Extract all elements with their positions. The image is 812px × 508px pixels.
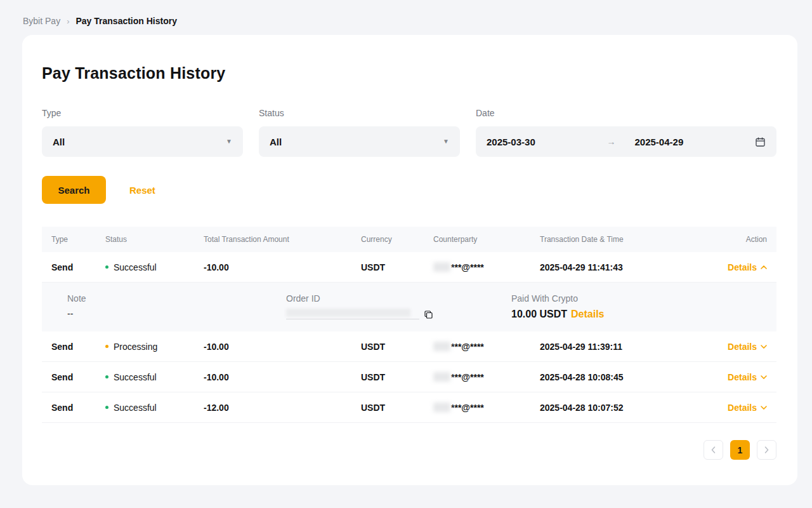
breadcrumb-parent-link[interactable]: Bybit Pay <box>23 16 60 26</box>
cell-counterparty: ***@**** <box>433 372 540 382</box>
counterparty-masked: ***@**** <box>451 372 484 382</box>
page-number-current[interactable]: 1 <box>730 440 750 460</box>
cell-amount: -10.00 <box>204 262 361 272</box>
cell-amount: -10.00 <box>204 342 361 352</box>
status-filter-label: Status <box>259 108 460 118</box>
reset-button[interactable]: Reset <box>129 185 155 196</box>
details-toggle-button[interactable]: Details <box>728 342 767 352</box>
details-label: Details <box>728 403 757 413</box>
table-row: Send Successful -10.00 USDT ***@**** 202… <box>42 362 776 392</box>
cell-action: Details <box>728 342 767 352</box>
pay-transaction-history-card: Pay Transaction History Type All ▼ Statu… <box>22 35 797 485</box>
note-section: Note -- <box>67 293 286 320</box>
next-page-button[interactable] <box>757 440 776 460</box>
status-dot-successful <box>105 265 108 269</box>
header-datetime: Transaction Date & Time <box>540 235 706 244</box>
cell-datetime: 2025-04-29 11:41:43 <box>540 262 706 272</box>
status-text: Successful <box>114 372 157 382</box>
header-type: Type <box>51 235 105 244</box>
calendar-icon <box>755 137 766 147</box>
table-header-row: Type Status Total Transaction Amount Cur… <box>42 227 776 252</box>
date-filter-label: Date <box>476 108 776 118</box>
date-arrow-icon: → <box>607 137 616 147</box>
cell-counterparty: ***@**** <box>433 403 540 413</box>
search-button[interactable]: Search <box>42 176 106 204</box>
header-action: Action <box>746 235 767 244</box>
cell-status: Successful <box>105 372 204 382</box>
paid-with-crypto-value-row: 10.00 USDT Details <box>511 309 767 320</box>
order-id-label: Order ID <box>286 293 511 304</box>
redacted-counterparty-prefix <box>433 342 450 351</box>
pagination: 1 <box>42 440 776 460</box>
status-text: Successful <box>114 262 157 272</box>
details-label: Details <box>728 262 757 272</box>
counterparty-masked: ***@**** <box>451 262 484 272</box>
header-amount: Total Transaction Amount <box>204 235 361 244</box>
table-row: Send Successful -10.00 USDT ***@**** 202… <box>42 252 776 283</box>
cell-type: Send <box>51 403 105 413</box>
date-start-value: 2025-03-30 <box>487 137 535 147</box>
cell-amount: -10.00 <box>204 372 361 382</box>
cell-counterparty: ***@**** <box>433 262 540 272</box>
paid-with-crypto-label: Paid With Crypto <box>511 293 767 304</box>
cell-type: Send <box>51 262 105 272</box>
prev-page-button[interactable] <box>704 440 723 460</box>
cell-amount: -12.00 <box>204 403 361 413</box>
cell-currency: USDT <box>361 262 433 272</box>
status-dot-successful <box>105 375 108 378</box>
date-range-input[interactable]: 2025-03-30 → 2025-04-29 <box>476 126 776 157</box>
details-toggle-button[interactable]: Details <box>728 372 767 382</box>
details-label: Details <box>728 342 757 352</box>
cell-datetime: 2025-04-28 10:07:52 <box>540 403 706 413</box>
status-text: Successful <box>114 403 157 413</box>
cell-status: Successful <box>105 403 204 413</box>
redacted-counterparty-prefix <box>433 262 450 272</box>
chevron-down-icon <box>761 375 767 379</box>
order-id-underline <box>286 309 419 319</box>
status-filter-group: Status All ▼ <box>259 108 460 157</box>
status-dot-successful <box>105 406 108 409</box>
details-toggle-button[interactable]: Details <box>728 403 767 413</box>
status-select[interactable]: All ▼ <box>259 126 460 157</box>
breadcrumb-current: Pay Transaction History <box>75 16 177 26</box>
counterparty-masked: ***@**** <box>451 403 484 413</box>
chevron-down-icon <box>761 406 767 410</box>
filters-row: Type All ▼ Status All ▼ Date 2025-03-30 … <box>42 108 776 157</box>
paid-amount: 10.00 USDT <box>511 309 567 320</box>
cell-status: Processing <box>105 342 204 352</box>
cell-action: Details <box>728 262 767 272</box>
note-value: -- <box>67 309 286 319</box>
date-filter-group: Date 2025-03-30 → 2025-04-29 <box>476 108 776 157</box>
order-id-value-row <box>286 309 511 319</box>
cell-currency: USDT <box>361 372 433 382</box>
table-row: Send Processing -10.00 USDT ***@**** 202… <box>42 331 776 362</box>
redacted-counterparty-prefix <box>433 372 450 382</box>
status-text: Processing <box>114 342 157 352</box>
actions-row: Search Reset <box>42 176 776 204</box>
cell-action: Details <box>728 403 767 413</box>
cell-counterparty: ***@**** <box>433 342 540 352</box>
cell-currency: USDT <box>361 403 433 413</box>
cell-currency: USDT <box>361 342 433 352</box>
details-toggle-button[interactable]: Details <box>728 262 767 272</box>
paid-details-link[interactable]: Details <box>571 309 604 320</box>
chevron-down-icon: ▼ <box>443 138 449 145</box>
details-label: Details <box>728 372 757 382</box>
table-row: Send Successful -12.00 USDT ***@**** 202… <box>42 392 776 423</box>
breadcrumb-separator-icon: › <box>67 17 69 26</box>
type-filter-label: Type <box>42 108 243 118</box>
note-label: Note <box>67 293 286 304</box>
type-select-value: All <box>53 137 65 147</box>
date-end-value: 2025-04-29 <box>635 137 684 147</box>
type-select[interactable]: All ▼ <box>42 126 243 157</box>
transaction-table: Type Status Total Transaction Amount Cur… <box>42 227 776 423</box>
cell-status: Successful <box>105 262 204 272</box>
chevron-down-icon: ▼ <box>226 138 232 145</box>
breadcrumb: Bybit Pay › Pay Transaction History <box>0 0 812 35</box>
header-currency: Currency <box>361 235 433 244</box>
counterparty-masked: ***@**** <box>451 342 484 352</box>
page-title: Pay Transaction History <box>42 64 776 83</box>
copy-icon[interactable] <box>424 310 433 319</box>
expanded-detail-panel: Note -- Order ID <box>42 283 776 331</box>
status-dot-processing <box>105 345 108 348</box>
